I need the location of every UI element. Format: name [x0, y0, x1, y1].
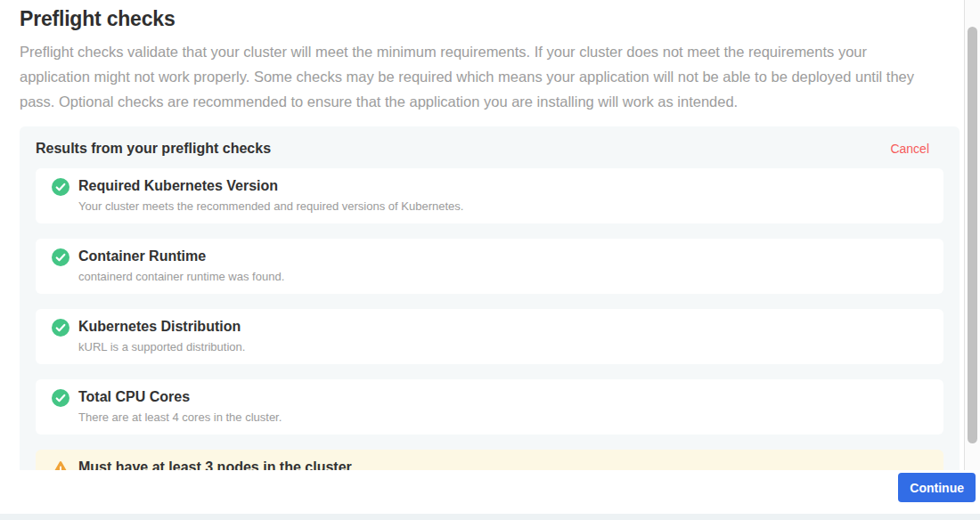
- preflight-page: Preflight checks Preflight checks valida…: [0, 0, 964, 470]
- check-message: containerd container runtime was found.: [78, 270, 284, 283]
- scrollbar-track[interactable]: [964, 0, 980, 470]
- check-title: Total CPU Cores: [78, 388, 282, 406]
- check-circle-icon: [52, 319, 69, 337]
- panel-header: Results from your preflight checks Cance…: [36, 140, 943, 158]
- preflight-check-row: Container Runtimecontainerd container ru…: [36, 239, 943, 294]
- main-scroll-area: Preflight checks Preflight checks valida…: [0, 0, 964, 470]
- check-message: There are at least 4 cores in the cluste…: [78, 410, 282, 424]
- preflight-check-row: Must have at least 3 nodes in the cluste…: [36, 450, 943, 470]
- scrollbar-thumb[interactable]: [968, 27, 977, 443]
- warning-triangle-icon: [52, 459, 69, 470]
- check-circle-icon: [52, 178, 69, 196]
- check-body: Container Runtimecontainerd container ru…: [78, 248, 284, 283]
- preflight-check-row: Kubernetes DistributionkURL is a support…: [36, 309, 943, 364]
- check-title: Must have at least 3 nodes in the cluste…: [78, 459, 352, 470]
- check-title: Required Kubernetes Version: [78, 177, 463, 195]
- check-body: Required Kubernetes VersionYour cluster …: [78, 177, 463, 213]
- panel-heading: Results from your preflight checks: [36, 141, 271, 157]
- preflight-check-row: Required Kubernetes VersionYour cluster …: [36, 168, 943, 223]
- check-message: kURL is a supported distribution.: [78, 340, 245, 353]
- check-message: Your cluster meets the recommended and r…: [78, 199, 463, 213]
- cancel-link[interactable]: Cancel: [890, 142, 929, 156]
- bottom-strip: [0, 514, 980, 520]
- check-body: Must have at least 3 nodes in the cluste…: [78, 459, 352, 470]
- preflight-check-row: Total CPU CoresThere are at least 4 core…: [36, 379, 943, 435]
- check-body: Total CPU CoresThere are at least 4 core…: [78, 388, 282, 424]
- page-description: Preflight checks validate that your clus…: [20, 39, 930, 114]
- preflight-check-list: Required Kubernetes VersionYour cluster …: [36, 168, 943, 470]
- footer-bar: Continue: [0, 470, 980, 514]
- check-title: Kubernetes Distribution: [78, 318, 245, 336]
- preflight-results-panel: Results from your preflight checks Cance…: [20, 126, 960, 470]
- check-circle-icon: [52, 248, 69, 266]
- check-title: Container Runtime: [78, 248, 284, 265]
- continue-button[interactable]: Continue: [898, 473, 976, 502]
- page-title: Preflight checks: [20, 7, 964, 31]
- check-body: Kubernetes DistributionkURL is a support…: [78, 318, 245, 353]
- check-circle-icon: [52, 389, 69, 407]
